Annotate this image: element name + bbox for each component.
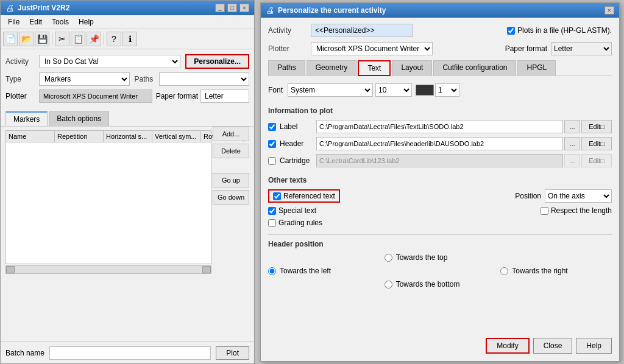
bottom-buttons: Modify Close Help — [486, 338, 612, 354]
other-texts-title: Other texts — [268, 176, 612, 184]
header-edit-btn[interactable]: Edit□ — [581, 137, 612, 150]
cut-icon[interactable]: ✂ — [55, 32, 69, 46]
towards-right-radio[interactable] — [500, 267, 508, 275]
menu-edit[interactable]: Edit — [24, 16, 47, 27]
type-select[interactable]: Markers — [39, 72, 130, 86]
activity-select[interactable]: In So Do Cat Val — [39, 55, 180, 68]
referenced-text-checkbox[interactable] — [273, 192, 281, 200]
label-edit-btn[interactable]: Edit□ — [581, 120, 612, 133]
new-icon[interactable]: 📄 — [3, 32, 18, 46]
right-plotter-select[interactable]: Microsoft XPS Document Writer — [311, 42, 433, 55]
position-select[interactable]: On the axis — [545, 189, 612, 203]
paths-inline-label: Paths — [135, 75, 159, 83]
towards-bottom-radio[interactable] — [385, 281, 392, 289]
open-icon[interactable]: 📂 — [19, 32, 34, 46]
left-tabs-section: Markers Batch options — [1, 111, 254, 127]
left-titlebar: 🖨 JustPrint V2R2 _ □ × — [1, 1, 254, 15]
rtab-geometry[interactable]: Geometry — [307, 60, 357, 75]
table-header: Name Repetition Horizontal s... Vertical… — [6, 131, 211, 142]
right-tabs-row: Paths Geometry Text Layout Cutfile confi… — [268, 60, 612, 76]
respect-length-checkbox[interactable] — [541, 207, 548, 215]
label-row: Label ... Edit□ — [268, 120, 612, 133]
copy-icon[interactable]: 📋 — [71, 32, 85, 46]
minimize-btn[interactable]: _ — [215, 4, 225, 12]
header-pos-title: Header position — [268, 240, 612, 248]
right-window: 🖨 Personalize the current activity × Act… — [260, 2, 620, 362]
cartridge-input[interactable] — [316, 154, 563, 167]
towards-bottom-row: Towards the bottom — [385, 280, 496, 289]
col-name: Name — [6, 131, 55, 142]
plot-button[interactable]: Plot — [216, 346, 249, 360]
right-activity-input[interactable] — [311, 24, 413, 37]
header-checkbox[interactable] — [268, 140, 276, 148]
towards-left-radio[interactable] — [268, 267, 276, 275]
menu-tools[interactable]: Tools — [47, 16, 74, 27]
save-icon[interactable]: 💾 — [35, 32, 49, 46]
tab-markers[interactable]: Markers — [5, 111, 48, 126]
menu-help[interactable]: Help — [74, 16, 99, 27]
left-window-title: JustPrint V2R2 — [18, 4, 69, 12]
paste-icon[interactable]: 📌 — [87, 32, 101, 46]
label-checkbox[interactable] — [268, 123, 276, 131]
batch-name-input[interactable] — [49, 346, 211, 360]
rtab-cutfile[interactable]: Cutfile configuration — [433, 60, 516, 75]
delete-button[interactable]: Delete — [213, 144, 249, 158]
towards-left-row: Towards the left — [268, 267, 380, 275]
cartridge-dotdot-btn[interactable]: ... — [564, 154, 580, 167]
close-left-btn[interactable]: × — [239, 4, 249, 12]
right-plotter-row: Plotter Microsoft XPS Document Writer Pa… — [268, 42, 612, 55]
grading-rules-row: Grading rules — [268, 219, 612, 227]
cartridge-edit-btn[interactable]: Edit□ — [581, 154, 612, 167]
grading-rules-checkbox[interactable] — [268, 219, 276, 227]
towards-top-label: Towards the top — [396, 253, 448, 262]
help-icon[interactable]: ? — [107, 32, 121, 46]
modify-button[interactable]: Modify — [486, 338, 529, 354]
close-button[interactable]: Close — [533, 338, 573, 354]
header-input[interactable] — [316, 137, 563, 150]
label-dotdot-btn[interactable]: ... — [564, 120, 580, 133]
add-button[interactable]: Add... — [213, 127, 249, 141]
color-num-select[interactable]: 1 — [435, 83, 459, 97]
towards-top-radio[interactable] — [385, 254, 392, 262]
header-item-label: Header — [280, 139, 316, 148]
cartridge-item-label: Cartridge — [280, 156, 316, 165]
towards-right-label: Towards the right — [512, 267, 567, 275]
respect-area: Respect the length — [541, 206, 612, 215]
personalize-button[interactable]: Personalize... — [185, 54, 249, 69]
font-size-select[interactable]: 10 — [375, 83, 412, 97]
font-family-select[interactable]: System — [288, 83, 373, 97]
go-down-button[interactable]: Go down — [213, 190, 249, 205]
rtab-text[interactable]: Text — [358, 60, 391, 76]
rtab-hpgl[interactable]: HPGL — [517, 60, 556, 75]
close-right-btn[interactable]: × — [604, 6, 614, 15]
plots-in-file-checkbox[interactable] — [507, 27, 515, 35]
paper-format-value: Letter — [200, 89, 249, 103]
go-up-button[interactable]: Go up — [213, 173, 249, 187]
towards-left-label: Towards the left — [280, 267, 331, 275]
horizontal-scrollbar[interactable] — [5, 265, 211, 274]
help-right-button[interactable]: Help — [576, 338, 612, 354]
font-row: Font System 10 1 — [268, 83, 612, 97]
right-activity-label: Activity — [268, 26, 311, 35]
header-dotdot-btn[interactable]: ... — [564, 137, 580, 150]
menu-file[interactable]: File — [3, 16, 24, 27]
grading-rules-label-row: Grading rules — [268, 219, 322, 227]
color-box[interactable] — [416, 85, 434, 96]
markers-area: Name Repetition Horizontal s... Vertical… — [1, 127, 254, 278]
info-icon[interactable]: ℹ — [122, 32, 137, 46]
type-label: Type — [5, 75, 39, 83]
maximize-btn[interactable]: □ — [227, 4, 237, 12]
towards-top-row: Towards the top — [385, 253, 496, 262]
label-input[interactable] — [316, 120, 563, 133]
tab-batch-options[interactable]: Batch options — [49, 111, 109, 126]
right-paper-format-select[interactable]: Letter — [551, 42, 612, 55]
table-body — [6, 142, 211, 261]
special-text-checkbox[interactable] — [268, 207, 276, 215]
right-paper-format-label: Paper format — [505, 44, 547, 53]
rtab-layout[interactable]: Layout — [392, 60, 432, 75]
header-row: Header ... Edit□ — [268, 137, 612, 150]
paths-select[interactable] — [159, 72, 250, 86]
rtab-paths[interactable]: Paths — [268, 60, 305, 75]
cartridge-checkbox[interactable] — [268, 157, 276, 165]
special-text-label: Special text — [278, 206, 316, 215]
